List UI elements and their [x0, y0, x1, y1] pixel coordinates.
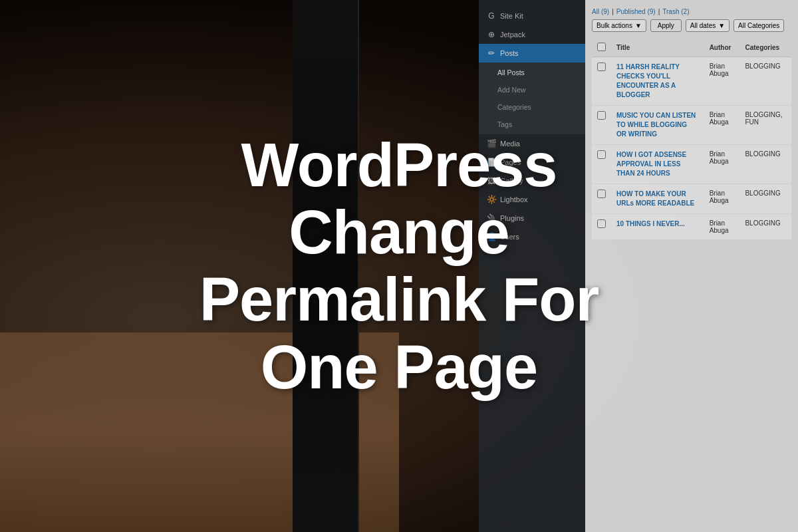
- dates-chevron-icon: ▼: [718, 22, 725, 29]
- row-author-3: Brian Abuga: [704, 184, 740, 214]
- categories-filter-label: All Categories: [738, 22, 779, 29]
- row-author-0: Brian Abuga: [704, 57, 740, 106]
- bulk-actions-dropdown[interactable]: Bulk actions ▼: [592, 19, 646, 32]
- table-row: 11 HARSH REALITY CHECKS YOU'LL ENCOUNTER…: [592, 57, 791, 106]
- col-checkbox: [592, 39, 611, 57]
- select-all-checkbox[interactable]: [597, 43, 606, 51]
- sidebar-label-sitekit: Site Kit: [500, 12, 523, 20]
- sitekit-icon: G: [487, 11, 496, 21]
- tags-label: Tags: [497, 120, 512, 128]
- action-bar: Bulk actions ▼ Apply All dates ▼ All Cat…: [592, 19, 791, 32]
- col-title: Title: [611, 39, 704, 57]
- post-title-link-0[interactable]: 11 HARSH REALITY CHECKS YOU'LL ENCOUNTER…: [616, 63, 680, 98]
- row-author-1: Brian Abuga: [704, 106, 740, 145]
- submenu-all-posts[interactable]: All Posts: [479, 64, 585, 81]
- col-categories: Categories: [739, 39, 791, 57]
- hero-line4: One Page: [261, 332, 537, 400]
- posts-icon: ✏: [487, 49, 496, 58]
- row-category-4: BLOGGING: [739, 214, 791, 240]
- row-checkbox-cell: [592, 57, 611, 106]
- filter-separator-2: |: [658, 8, 660, 15]
- row-category-0: BLOGGING: [739, 57, 791, 106]
- row-category-1: BLOGGING, FUN: [739, 106, 791, 145]
- hero-title: WordPress Change Permalink For One Page: [166, 132, 632, 401]
- col-author: Author: [704, 39, 740, 57]
- dates-dropdown[interactable]: All dates ▼: [686, 19, 730, 32]
- row-author-2: Brian Abuga: [704, 145, 740, 184]
- filter-all[interactable]: All (9): [592, 8, 609, 15]
- hero-text: WordPress Change Permalink For One Page: [166, 132, 632, 401]
- filter-published[interactable]: Published (9): [616, 8, 656, 15]
- sidebar-label-jetpack: Jetpack: [500, 31, 525, 39]
- all-posts-label: All Posts: [497, 68, 525, 76]
- filter-bar: All (9) | Published (9) | Trash (2): [592, 5, 791, 15]
- hero-line3: Permalink For: [200, 265, 599, 333]
- row-checkbox-0[interactable]: [597, 63, 606, 71]
- hero-line2: Change: [289, 198, 509, 266]
- jetpack-icon: ⊕: [487, 30, 496, 39]
- row-category-3: BLOGGING: [739, 184, 791, 214]
- sidebar-label-posts: Posts: [500, 49, 519, 57]
- row-title-0: 11 HARSH REALITY CHECKS YOU'LL ENCOUNTER…: [611, 57, 704, 106]
- row-category-2: BLOGGING: [739, 145, 791, 184]
- submenu-add-new[interactable]: Add New: [479, 81, 585, 98]
- sidebar-item-sitekit[interactable]: G Site Kit: [479, 7, 585, 25]
- sidebar-item-jetpack[interactable]: ⊕ Jetpack: [479, 25, 585, 44]
- submenu-categories[interactable]: Categories: [479, 98, 585, 116]
- categories-label: Categories: [497, 103, 531, 111]
- posts-submenu: All Posts Add New Categories Tags: [479, 63, 585, 134]
- add-new-label: Add New: [497, 86, 526, 94]
- hero-line1: WordPress: [241, 131, 557, 199]
- categories-dropdown[interactable]: All Categories: [733, 19, 784, 32]
- filter-trash[interactable]: Trash (2): [662, 8, 689, 15]
- filter-separator-1: |: [612, 8, 614, 15]
- apply-button[interactable]: Apply: [650, 19, 682, 32]
- row-author-4: Brian Abuga: [704, 214, 740, 240]
- row-checkbox-1[interactable]: [597, 111, 606, 120]
- dropdown-chevron-icon: ▼: [635, 22, 642, 29]
- sidebar-item-posts[interactable]: ✏ Posts: [479, 44, 585, 63]
- bulk-actions-label: Bulk actions: [597, 22, 632, 29]
- dates-label: All dates: [690, 22, 716, 29]
